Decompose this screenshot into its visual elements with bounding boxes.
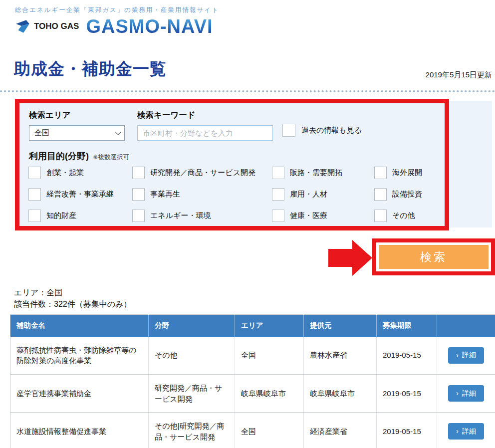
category-item-koyo[interactable]: 雇用・人材 xyxy=(272,188,327,201)
category-label: 知的財産 xyxy=(46,211,76,221)
category-item-kaigai[interactable]: 海外展開 xyxy=(374,167,422,179)
detail-button-label: 詳細 xyxy=(462,351,476,360)
updated-date: 2019年5月15日更新 xyxy=(426,70,492,80)
cell-area: 岐阜県岐阜市 xyxy=(235,375,304,413)
chevron-right-icon: › xyxy=(456,351,459,359)
category-label: 設備投資 xyxy=(392,190,422,199)
category-label: 販路・需要開拓 xyxy=(290,168,342,178)
purpose-note: ※複数選択可 xyxy=(93,153,129,162)
purpose-heading: 利用目的(分野) ※複数選択可 xyxy=(29,150,129,162)
chevron-down-icon xyxy=(115,129,121,135)
toho-gas-mark-icon xyxy=(15,18,31,34)
cell-grant-name: 産学官連携事業補助金 xyxy=(10,375,149,413)
cell-field: その他|研究開発／商品・サービス開発 xyxy=(149,413,235,448)
highlight-box-search-button: 検索 xyxy=(372,238,495,275)
keyword-label: 検索キーワード xyxy=(137,110,196,121)
category-item-kenko[interactable]: 健康・医療 xyxy=(272,210,327,222)
category-checkbox[interactable] xyxy=(272,167,284,179)
area-select[interactable]: 全国 xyxy=(29,125,125,141)
red-arrow-icon xyxy=(328,249,353,267)
category-checkbox[interactable] xyxy=(28,188,41,201)
category-checkbox[interactable] xyxy=(132,188,145,201)
category-checkbox[interactable] xyxy=(28,210,41,222)
category-item-kenkyu[interactable]: 研究開発／商品・サービス開発 xyxy=(132,167,255,179)
col-header-deadline: 募集期限 xyxy=(377,315,437,337)
cell-grant-name: 薬剤抵抗性病害虫・難防除雑草等の防除対策の高度化事業 xyxy=(10,337,149,375)
category-item-energy[interactable]: エネルギー・環境 xyxy=(132,210,211,222)
category-label: 創業・起業 xyxy=(46,168,84,178)
category-label: 健康・医療 xyxy=(290,211,327,221)
detail-button-label: 詳細 xyxy=(462,389,476,398)
site-name: GASMO-NAVI xyxy=(86,17,213,36)
category-checkbox[interactable] xyxy=(132,210,145,222)
area-select-label: 検索エリア xyxy=(29,110,71,121)
category-item-chiteki[interactable]: 知的財産 xyxy=(28,210,76,222)
category-checkbox[interactable] xyxy=(374,210,387,222)
category-item-sonota[interactable]: その他 xyxy=(374,210,415,222)
dotted-separator xyxy=(0,90,495,92)
cell-provider: 岐阜県岐阜市 xyxy=(304,375,377,413)
detail-button-label: 詳細 xyxy=(462,427,476,436)
result-area-line: エリア：全国 xyxy=(14,288,62,298)
table-row: 薬剤抵抗性病害虫・難防除雑草等の防除対策の高度化事業 その他 全国 農林水産省 … xyxy=(10,337,495,375)
table-header-row: 補助金名 分野 エリア 提供元 募集期限 xyxy=(10,315,495,337)
page: 総合エネルギー企業「東邦ガス」の業務用・産業用情報サイト TOHO GAS GA… xyxy=(0,0,495,448)
keyword-input[interactable] xyxy=(137,125,273,141)
col-header-provider: 提供元 xyxy=(304,315,377,337)
category-checkbox[interactable] xyxy=(272,210,284,222)
site-tagline: 総合エネルギー企業「東邦ガス」の業務用・産業用情報サイト xyxy=(15,6,219,14)
search-form-panel: 検索エリア 全国 検索キーワード 過去の情報も見る 利用目的(分野) ※複数選択… xyxy=(18,101,492,227)
cell-deadline: 2019-05-15 xyxy=(377,413,437,448)
cell-deadline: 2019-05-15 xyxy=(377,375,437,413)
past-info-label: 過去の情報も見る xyxy=(301,126,362,135)
detail-button[interactable]: › 詳細 xyxy=(448,347,484,364)
category-item-setsubi[interactable]: 設備投資 xyxy=(374,188,422,201)
cell-field: その他 xyxy=(149,337,235,375)
category-checkbox[interactable] xyxy=(272,188,284,201)
category-checkbox[interactable] xyxy=(132,167,145,179)
grants-table: 補助金名 分野 エリア 提供元 募集期限 薬剤抵抗性病害虫・難防除雑草等の防除対… xyxy=(10,314,495,448)
category-label: 海外展開 xyxy=(392,168,422,178)
category-label: 雇用・人材 xyxy=(290,190,327,199)
purpose-label: 利用目的(分野) xyxy=(29,150,89,162)
cell-area: 全国 xyxy=(235,413,304,448)
detail-button[interactable]: › 詳細 xyxy=(448,385,484,402)
col-header-name: 補助金名 xyxy=(10,315,149,337)
category-label: エネルギー・環境 xyxy=(150,211,211,221)
chevron-right-icon: › xyxy=(456,389,459,397)
category-checkbox[interactable] xyxy=(374,188,387,201)
search-button[interactable]: 検索 xyxy=(379,245,489,269)
detail-button[interactable]: › 詳細 xyxy=(448,423,484,440)
cell-deadline: 2019-05-15 xyxy=(377,337,437,375)
category-label: その他 xyxy=(392,211,415,221)
past-info-checkbox[interactable] xyxy=(282,124,295,137)
table-row: 水道施設情報整備促進事業 その他|研究開発／商品・サービス開発 全国 経済産業省… xyxy=(10,413,495,448)
category-label: 研究開発／商品・サービス開発 xyxy=(150,168,255,178)
col-header-detail xyxy=(437,315,495,337)
category-item-saisei[interactable]: 事業再生 xyxy=(132,188,180,201)
col-header-area: エリア xyxy=(235,315,304,337)
cell-area: 全国 xyxy=(235,337,304,375)
category-checkbox[interactable] xyxy=(28,167,41,179)
site-logo[interactable]: TOHO GAS GASMO-NAVI xyxy=(15,17,213,36)
category-item-keiei[interactable]: 経営改善・事業承継 xyxy=(28,188,114,201)
result-count-line: 該当件数：322件（募集中のみ） xyxy=(14,299,131,310)
page-title: 助成金・補助金一覧 xyxy=(14,58,167,80)
chevron-right-icon: › xyxy=(456,427,459,435)
cell-grant-name: 水道施設情報整備促進事業 xyxy=(10,413,149,448)
col-header-field: 分野 xyxy=(149,315,235,337)
table-row: 産学官連携事業補助金 研究開発／商品・サービス開発 岐阜県岐阜市 岐阜県岐阜市 … xyxy=(10,375,495,413)
cell-provider: 農林水産省 xyxy=(304,337,377,375)
category-label: 事業再生 xyxy=(150,190,180,199)
red-arrow-head-icon xyxy=(352,240,372,276)
category-item-sogyo[interactable]: 創業・起業 xyxy=(28,167,84,179)
category-checkbox[interactable] xyxy=(374,167,387,179)
category-item-hanro[interactable]: 販路・需要開拓 xyxy=(272,167,342,179)
past-info-checkbox-item[interactable]: 過去の情報も見る xyxy=(282,124,362,137)
logo-text: TOHO GAS xyxy=(34,21,79,31)
cell-provider: 経済産業省 xyxy=(304,413,377,448)
cell-field: 研究開発／商品・サービス開発 xyxy=(149,375,235,413)
area-select-value: 全国 xyxy=(34,128,49,138)
category-label: 経営改善・事業承継 xyxy=(46,190,114,199)
